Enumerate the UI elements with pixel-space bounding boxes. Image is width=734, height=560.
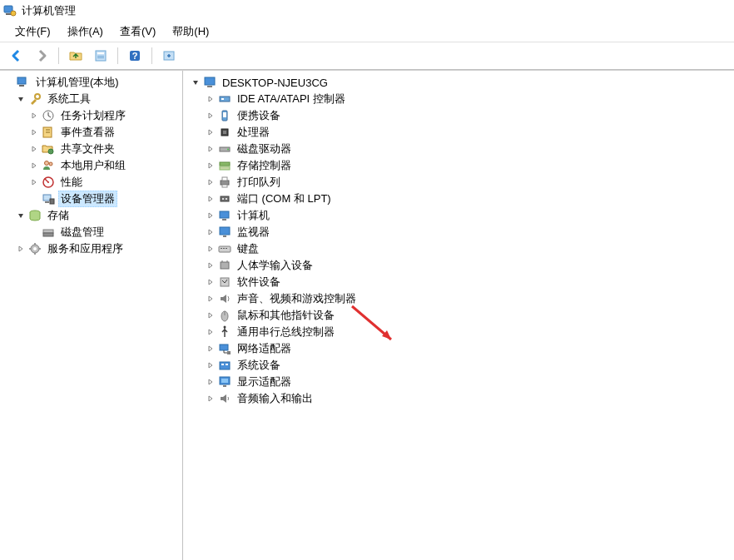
chevron-right-icon[interactable] bbox=[205, 359, 216, 371]
app-icon bbox=[3, 4, 17, 17]
device-category-computer[interactable]: 计算机 bbox=[185, 207, 732, 224]
chevron-down-icon[interactable] bbox=[15, 210, 27, 221]
properties-button[interactable] bbox=[89, 45, 112, 67]
device-category-mouse[interactable]: 鼠标和其他指针设备 bbox=[185, 307, 732, 324]
device-label: 人体学输入设备 bbox=[235, 257, 315, 274]
tree-label: 共享文件夹 bbox=[58, 141, 117, 157]
chevron-right-icon[interactable] bbox=[205, 110, 216, 121]
back-button[interactable] bbox=[5, 45, 28, 67]
chevron-right-icon[interactable] bbox=[28, 110, 40, 121]
menu-help[interactable]: 帮助(H) bbox=[164, 22, 217, 41]
svg-point-2 bbox=[11, 11, 16, 16]
chevron-right-icon[interactable] bbox=[205, 193, 216, 205]
device-category-sound[interactable]: 声音、视频和游戏控制器 bbox=[185, 290, 732, 307]
chevron-right-icon[interactable] bbox=[205, 393, 216, 404]
chevron-right-icon[interactable] bbox=[205, 376, 216, 388]
tree-device-manager[interactable]: 设备管理器 bbox=[2, 191, 181, 207]
chevron-right-icon[interactable] bbox=[28, 160, 40, 171]
device-category-monitor[interactable]: 监视器 bbox=[185, 224, 732, 240]
device-category-print[interactable]: 打印队列 bbox=[185, 174, 732, 191]
device-category-hid[interactable]: 人体学输入设备 bbox=[185, 257, 732, 274]
chevron-right-icon[interactable] bbox=[205, 343, 216, 354]
device-category-keyboard[interactable]: 键盘 bbox=[185, 240, 732, 257]
chevron-right-icon[interactable] bbox=[205, 260, 216, 271]
chevron-right-icon[interactable] bbox=[28, 176, 40, 188]
device-category-network[interactable]: 网络适配器 bbox=[185, 340, 732, 357]
chevron-right-icon[interactable] bbox=[205, 143, 216, 155]
device-label: 磁盘驱动器 bbox=[235, 141, 294, 157]
device-root[interactable]: DESKTOP-NJEU3CG bbox=[185, 74, 732, 91]
chevron-right-icon[interactable] bbox=[205, 93, 216, 105]
tree-task-scheduler[interactable]: 任务计划程序 bbox=[2, 107, 181, 124]
device-category-ide[interactable]: IDE ATA/ATAPI 控制器 bbox=[185, 91, 732, 107]
svg-rect-41 bbox=[220, 166, 230, 170]
users-icon bbox=[42, 159, 55, 172]
chevron-right-icon[interactable] bbox=[205, 310, 216, 321]
up-folder-button[interactable] bbox=[64, 45, 87, 67]
chevron-right-icon[interactable] bbox=[205, 243, 216, 255]
chevron-right-icon[interactable] bbox=[15, 243, 27, 255]
tree-disk-management[interactable]: 磁盘管理 bbox=[2, 224, 181, 240]
svg-text:?: ? bbox=[132, 51, 138, 61]
svg-point-47 bbox=[226, 198, 227, 200]
tree-label: 事件查看器 bbox=[58, 124, 117, 141]
tree-services-apps[interactable]: 服务和应用程序 bbox=[2, 240, 181, 257]
hid-icon bbox=[218, 259, 231, 272]
device-category-portable[interactable]: 便携设备 bbox=[185, 107, 732, 124]
toolbar-separator bbox=[117, 47, 118, 64]
menu-file[interactable]: 文件(F) bbox=[7, 22, 59, 41]
chevron-right-icon[interactable] bbox=[205, 276, 216, 288]
right-device-pane[interactable]: DESKTOP-NJEU3CG IDE ATA/ATAPI 控制器便携设备处理器… bbox=[183, 71, 734, 560]
chevron-right-icon[interactable] bbox=[205, 210, 216, 221]
device-category-usb[interactable]: 通用串行总线控制器 bbox=[185, 324, 732, 340]
chevron-right-icon[interactable] bbox=[205, 126, 216, 138]
device-category-software[interactable]: 软件设备 bbox=[185, 274, 732, 290]
svg-rect-57 bbox=[221, 278, 229, 286]
device-label: 系统设备 bbox=[235, 357, 283, 374]
svg-rect-35 bbox=[223, 112, 226, 117]
svg-rect-61 bbox=[220, 344, 228, 350]
chevron-right-icon[interactable] bbox=[28, 126, 40, 138]
chevron-right-icon[interactable] bbox=[205, 176, 216, 188]
device-category-display[interactable]: 显示适配器 bbox=[185, 374, 732, 390]
tree-event-viewer[interactable]: 事件查看器 bbox=[2, 124, 181, 141]
help-button[interactable]: ? bbox=[123, 45, 146, 67]
svg-rect-42 bbox=[221, 181, 229, 185]
tree-shared-folders[interactable]: 共享文件夹 bbox=[2, 141, 181, 157]
device-category-audio[interactable]: 音频输入和输出 bbox=[185, 390, 732, 407]
menu-view[interactable]: 查看(V) bbox=[112, 22, 164, 41]
show-hide-button[interactable] bbox=[157, 45, 181, 67]
tree-storage[interactable]: 存储 bbox=[2, 207, 181, 224]
chevron-down-icon[interactable] bbox=[3, 77, 15, 88]
chevron-down-icon[interactable] bbox=[190, 77, 201, 88]
left-tree-pane[interactable]: 计算机管理(本地) 系统工具 任务计划程序 bbox=[0, 71, 183, 560]
device-label: 声音、视频和游戏控制器 bbox=[235, 290, 359, 307]
no-expander bbox=[28, 193, 40, 205]
svg-rect-37 bbox=[223, 131, 226, 134]
forward-button[interactable] bbox=[30, 45, 53, 67]
device-category-system[interactable]: 系统设备 bbox=[185, 357, 732, 374]
device-label: 音频输入和输出 bbox=[235, 390, 315, 407]
chevron-down-icon[interactable] bbox=[15, 93, 27, 105]
device-label: 显示适配器 bbox=[235, 374, 294, 390]
tree-system-tools[interactable]: 系统工具 bbox=[2, 91, 181, 107]
device-category-storage-ctrl[interactable]: 存储控制器 bbox=[185, 157, 732, 174]
chevron-right-icon[interactable] bbox=[28, 143, 40, 155]
tree-local-users[interactable]: 本地用户和组 bbox=[2, 157, 181, 174]
chevron-right-icon[interactable] bbox=[205, 160, 216, 171]
device-category-disk[interactable]: 磁盘驱动器 bbox=[185, 141, 732, 157]
tree-root[interactable]: 计算机管理(本地) bbox=[2, 74, 181, 91]
device-category-processor[interactable]: 处理器 bbox=[185, 124, 732, 141]
svg-rect-55 bbox=[226, 248, 227, 249]
disk-mgmt-icon bbox=[42, 225, 55, 239]
menu-action[interactable]: 操作(A) bbox=[59, 22, 112, 41]
device-category-ports[interactable]: 端口 (COM 和 LPT) bbox=[185, 191, 732, 207]
svg-point-60 bbox=[224, 326, 226, 329]
chevron-right-icon[interactable] bbox=[205, 326, 216, 338]
titlebar: 计算机管理 bbox=[0, 0, 734, 22]
tree-performance[interactable]: 性能 bbox=[2, 174, 181, 191]
chevron-right-icon[interactable] bbox=[205, 226, 216, 238]
chevron-right-icon[interactable] bbox=[205, 293, 216, 305]
device-label: 监视器 bbox=[235, 224, 272, 240]
svg-rect-56 bbox=[221, 262, 229, 269]
